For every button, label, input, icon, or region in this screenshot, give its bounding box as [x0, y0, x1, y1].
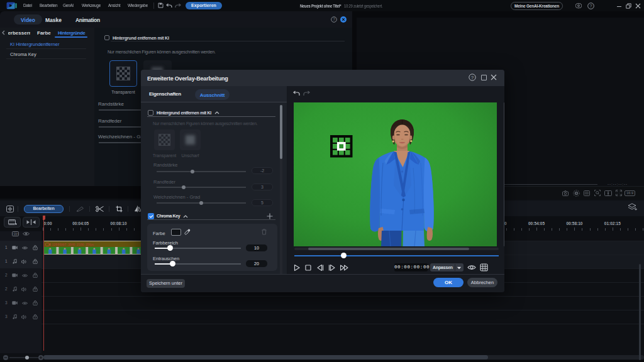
svg-text:SM: SM — [13, 233, 18, 236]
svg-text:?: ? — [590, 4, 592, 8]
svg-text:?: ? — [471, 75, 474, 80]
svg-text:?: ? — [333, 17, 335, 21]
